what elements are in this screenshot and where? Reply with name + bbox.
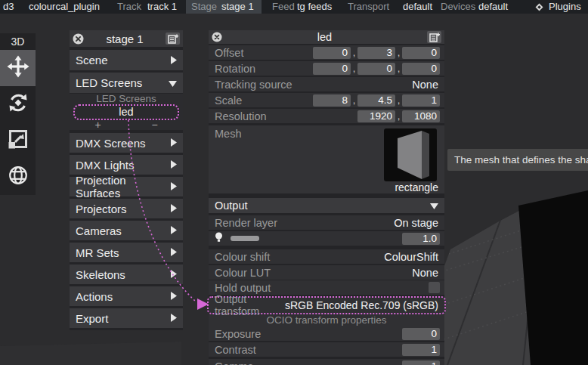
exposure-row: Exposure 0 (209, 326, 444, 341)
add-led-screen-button[interactable]: + (70, 120, 126, 130)
triangle-right-icon (171, 202, 177, 215)
menu-transport-label[interactable]: Transport (348, 0, 389, 14)
menu-track-label[interactable]: Track (117, 0, 141, 14)
led-panel-title: led (222, 31, 427, 43)
menu-devices-label[interactable]: Devices (441, 0, 475, 14)
offset-y-field[interactable]: 3 (357, 47, 395, 59)
resolution-height-field[interactable]: 1080 (402, 110, 440, 122)
menu-plugin-name[interactable]: colourcal_plugin (29, 0, 100, 14)
move-icon (7, 55, 29, 81)
menu-track-value[interactable]: track 1 (147, 0, 177, 14)
remove-led-screen-button[interactable]: − (126, 120, 183, 130)
stage-item-dmx-lights[interactable]: DMX Lights (70, 155, 183, 175)
mesh-name: rectangle (395, 181, 438, 193)
triangle-right-icon (171, 224, 177, 237)
mesh-thumbnail[interactable] (384, 128, 437, 181)
bulb-icon (215, 232, 223, 246)
triangle-right-icon (171, 54, 177, 67)
mesh-row[interactable]: Mesh rectangle (209, 125, 444, 193)
resolution-width-field[interactable]: 1920 (357, 110, 395, 122)
led-screens-group-header: LED Screens (70, 94, 183, 104)
rotate-tool-button[interactable] (0, 86, 36, 122)
tracking-source-value: None (412, 79, 440, 91)
stage-editor-panel: stage 1 Scene LED Screens LED Screens le… (70, 30, 183, 330)
colour-lut-row[interactable]: Colour LUT None (209, 265, 444, 280)
rotate-icon (7, 91, 29, 117)
globe-icon (7, 164, 29, 190)
stage-panel-title: stage 1 (84, 32, 166, 45)
contrast-field[interactable]: 1 (402, 344, 440, 356)
menu-stage-value[interactable]: stage 1 (221, 0, 254, 14)
led-screen-editor-panel: led Offset 0 , 3 , 0 Rotation 0 , 0 , 0 … (209, 30, 444, 365)
menubar: d3 colourcal_plugin Track track 1 Stage … (0, 0, 588, 14)
stage-item-scene[interactable]: Scene (70, 50, 183, 70)
stage-item-skeletons[interactable]: Skeletons (70, 264, 183, 284)
scale-x-field[interactable]: 8 (313, 94, 351, 107)
exposure-field[interactable]: 0 (402, 328, 440, 340)
menu-app-d3[interactable]: d3 (3, 0, 14, 14)
stage-panel-header: stage 1 (70, 30, 183, 47)
scale-row: Scale 8 , 4.5 , 1 (209, 93, 444, 107)
new-note-icon[interactable] (427, 31, 441, 43)
tracking-source-row[interactable]: Tracking source None (209, 77, 444, 91)
scale-tool-button[interactable] (0, 122, 36, 159)
triangle-right-icon (171, 246, 177, 259)
led-panel-header: led (209, 30, 444, 44)
mesh-tooltip: The mesh that defines the sha (447, 149, 588, 171)
gamma-row: Gamma 1 (209, 359, 444, 365)
stage-item-projectors[interactable]: Projectors (70, 199, 183, 218)
triangle-down-icon (430, 199, 438, 212)
output-section-header[interactable]: Output (209, 198, 444, 213)
transform-toolbar: 3D (0, 33, 36, 195)
triangle-right-icon (171, 268, 177, 281)
stage-item-projection-surfaces[interactable]: Projection Surfaces (70, 177, 183, 196)
app-window: d3 colourcal_plugin Track track 1 Stage … (0, 0, 588, 365)
led-screen-item-selected[interactable]: led (73, 104, 179, 120)
brightness-field[interactable]: 1.0 (402, 233, 440, 245)
new-note-icon[interactable] (166, 32, 180, 45)
colour-lut-value: None (412, 267, 440, 279)
rotation-x-field[interactable]: 0 (313, 63, 351, 75)
menu-feed-label[interactable]: Feed (272, 0, 295, 14)
tooltip-text: The mesh that defines the sha (454, 154, 588, 165)
menu-stage-label[interactable]: Stage (191, 0, 217, 14)
hold-output-checkbox[interactable] (429, 282, 440, 293)
scale-y-field[interactable]: 4.5 (357, 94, 395, 107)
menu-feed-value[interactable]: tg feeds (297, 0, 332, 14)
stage-item-dmx-screens[interactable]: DMX Screens (70, 133, 183, 153)
triangle-right-icon (171, 311, 177, 325)
stage-item-actions[interactable]: Actions (70, 286, 183, 306)
triangle-right-icon (171, 180, 177, 193)
diamond-icon (535, 3, 543, 11)
offset-row: Offset 0 , 3 , 0 (209, 45, 444, 60)
stage-item-export[interactable]: Export (70, 308, 183, 328)
offset-z-field[interactable]: 0 (402, 47, 440, 59)
output-transform-value: sRGB Encoded Rec.709 (sRGB) (285, 299, 438, 311)
scale-z-field[interactable]: 1 (402, 94, 440, 107)
scale-icon (8, 128, 29, 153)
rotation-z-field[interactable]: 0 (402, 63, 440, 75)
menu-devices-value[interactable]: default (478, 0, 508, 14)
offset-x-field[interactable]: 0 (313, 47, 351, 59)
stage-item-mr-sets[interactable]: MR Sets (70, 243, 183, 262)
render-layer-row[interactable]: Render layer On stage (209, 215, 444, 230)
output-transform-row-highlighted[interactable]: Output transform sRGB Encoded Rec.709 (s… (207, 296, 446, 314)
triangle-right-icon (171, 289, 177, 303)
brightness-slider[interactable] (231, 236, 259, 241)
stage-item-cameras[interactable]: Cameras (70, 221, 183, 240)
close-icon[interactable] (212, 32, 222, 42)
stage-item-led-screens[interactable]: LED Screens (70, 73, 183, 93)
resolution-row: Resolution 1920 , 1080 (209, 109, 444, 123)
menu-transport-value[interactable]: default (403, 0, 432, 14)
triangle-right-icon (171, 136, 177, 150)
globe-tool-button[interactable] (0, 159, 36, 195)
move-tool-button[interactable] (0, 50, 36, 86)
brightness-row: 1.0 (209, 231, 444, 246)
toolbar-mode-label: 3D (0, 33, 36, 50)
close-icon[interactable] (73, 33, 84, 45)
rotation-y-field[interactable]: 0 (357, 63, 395, 75)
menu-plugins[interactable]: Plugins (549, 0, 581, 14)
triangle-down-icon (169, 76, 177, 90)
colour-shift-row[interactable]: Colour shift ColourShift (209, 249, 444, 264)
gamma-field[interactable]: 1 (402, 360, 440, 365)
